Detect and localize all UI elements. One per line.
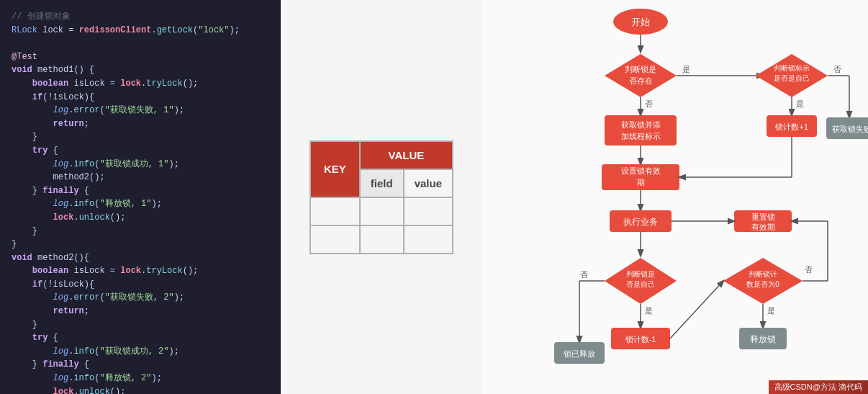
svg-text:判断锁是: 判断锁是 (625, 65, 656, 73)
svg-text:否: 否 (805, 265, 813, 274)
code-line-4: @Test (12, 50, 269, 64)
code-line-13: method2(); (12, 171, 269, 184)
code-line-7: if(!isLock){ (12, 91, 269, 104)
code-line-6: boolean isLock = lock.tryLock(); (12, 77, 269, 91)
svg-text:重置锁: 重置锁 (751, 212, 775, 221)
code-line-27: } finally { (12, 358, 269, 372)
code-line-12: log.info("获取锁成功, 1"); (12, 158, 269, 171)
svg-text:是: 是 (796, 99, 804, 108)
code-line-23: return; (12, 305, 269, 318)
svg-text:否: 否 (645, 99, 653, 108)
svg-line-41 (670, 281, 723, 339)
code-line-20: boolean isLock = lock.tryLock(); (12, 264, 269, 278)
svg-text:有效期: 有效期 (751, 223, 775, 231)
code-line-22: log.error("获取锁失败, 2"); (12, 291, 269, 305)
watermark: 高级CSDN@方法 滴代码 (769, 380, 868, 394)
svg-text:是否是自己: 是否是自己 (774, 74, 810, 82)
code-line-14: } finally { (12, 184, 269, 198)
svg-text:期: 期 (637, 178, 645, 187)
code-line-5: void method1() { (12, 63, 269, 77)
svg-text:是: 是 (767, 306, 775, 315)
code-line-28: log.info("释放锁, 2"); (12, 372, 269, 385)
code-line-10: } (12, 130, 269, 144)
svg-text:设置锁有效: 设置锁有效 (621, 166, 661, 175)
svg-text:获取锁并添: 获取锁并添 (621, 120, 661, 129)
svg-text:加线程标示: 加线程标示 (621, 132, 661, 140)
value-header: VALUE (360, 141, 453, 169)
code-line-17: } (12, 225, 269, 238)
code-line-18: } (12, 238, 269, 251)
code-line-9: return; (12, 117, 269, 131)
value-empty (404, 197, 453, 225)
table-panel: KEY VALUE field value (281, 0, 482, 394)
flowchart-svg: 开始 判断锁是 否存在 是 否 获取锁并添 加线程标示 设置锁有效 期 判断锁标… (482, 0, 868, 394)
svg-text:判断锁是: 判断锁是 (626, 270, 655, 278)
code-line-11: try { (12, 144, 269, 158)
svg-text:否: 否 (833, 65, 841, 73)
value-col-header: value (404, 169, 453, 197)
code-line-25: try { (12, 331, 269, 345)
field-empty (360, 197, 404, 225)
svg-text:判断锁计: 判断锁计 (749, 270, 777, 278)
code-line-19: void method2(){ (12, 251, 269, 265)
code-line-29: lock.unlock(); (12, 385, 269, 394)
svg-text:是: 是 (645, 306, 653, 315)
svg-text:执行业务: 执行业务 (623, 217, 658, 227)
svg-text:是: 是 (682, 65, 690, 73)
svg-text:锁计数-1: 锁计数-1 (625, 335, 656, 344)
value-empty2 (404, 225, 453, 254)
svg-text:锁已释放: 锁已释放 (563, 349, 595, 358)
flowchart-panel: 开始 判断锁是 否存在 是 否 获取锁并添 加线程标示 设置锁有效 期 判断锁标… (482, 0, 868, 394)
field-empty2 (360, 225, 404, 254)
svg-text:数是否为0: 数是否为0 (746, 280, 779, 288)
code-line-16: lock.unlock(); (12, 211, 269, 225)
code-panel: // 创建锁对象 RLock lock = redissonClient.get… (0, 0, 281, 394)
code-line-8: log.error("获取锁失败, 1"); (12, 104, 269, 117)
code-line-2: RLock lock = redissonClient.getLock("loc… (12, 24, 269, 37)
code-line-3 (12, 37, 269, 50)
svg-text:获取锁失败: 获取锁失败 (832, 125, 869, 133)
svg-text:开始: 开始 (631, 17, 650, 27)
code-line-1: // 创建锁对象 (12, 10, 269, 24)
svg-text:释放锁: 释放锁 (750, 334, 776, 344)
kv-table: KEY VALUE field value (309, 140, 453, 254)
svg-text:否: 否 (580, 270, 588, 279)
code-line-21: if(!isLock){ (12, 278, 269, 292)
code-line-26: log.info("获取锁成功, 2"); (12, 345, 269, 359)
svg-text:锁计数+1: 锁计数+1 (774, 122, 808, 131)
field-header: field (360, 169, 404, 197)
code-line-24: } (12, 318, 269, 332)
svg-text:否存在: 否存在 (629, 76, 653, 85)
code-line-15: log.info("释放锁, 1"); (12, 197, 269, 211)
svg-text:判断锁标示: 判断锁标示 (774, 64, 810, 72)
key-header: KEY (310, 141, 360, 197)
svg-text:否是自己: 否是自己 (626, 280, 655, 288)
check-lock-node (605, 54, 677, 97)
